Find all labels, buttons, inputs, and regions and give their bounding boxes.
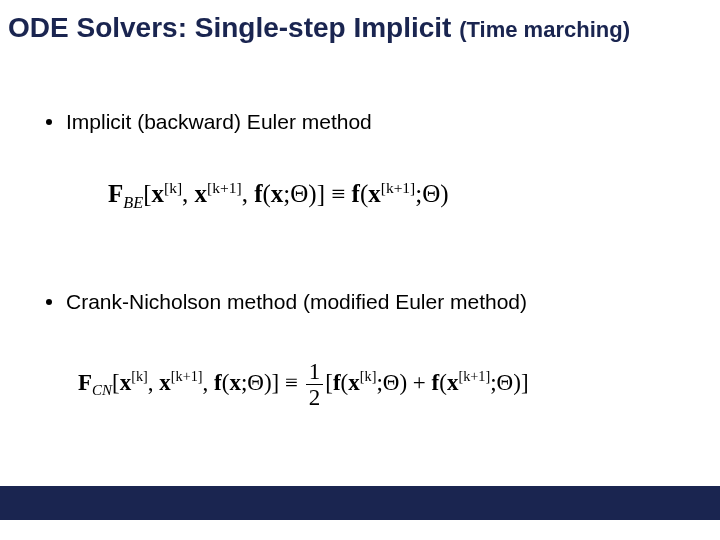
bullet-1: Implicit (backward) Euler method bbox=[46, 110, 372, 134]
eq2-sup-k1p1: [k+1] bbox=[171, 368, 203, 384]
eq2-x1: x bbox=[120, 370, 132, 395]
eq1-sup-rhs: [k+1] bbox=[381, 179, 416, 196]
eq2-equiv: ≡ bbox=[279, 370, 303, 395]
bullet-dot-icon bbox=[46, 119, 52, 125]
eq2-f2: f bbox=[333, 370, 341, 395]
title-sub: (Time marching) bbox=[459, 17, 630, 42]
eq1-c2: , bbox=[242, 180, 255, 207]
eq2-th1: Θ bbox=[247, 370, 264, 395]
eq1-sup-k1p1: [k+1] bbox=[207, 179, 242, 196]
eq1-c1: , bbox=[182, 180, 195, 207]
eq1-rp2: ) bbox=[440, 180, 448, 207]
eq1-th1: Θ bbox=[290, 180, 308, 207]
eq2-F: F bbox=[78, 370, 92, 395]
eq2-rbr2: ] bbox=[521, 370, 529, 395]
eq2-x2: x bbox=[159, 370, 171, 395]
eq2-rp3: ) bbox=[513, 370, 521, 395]
eq2-rp2: ) bbox=[399, 370, 407, 395]
eq1-rp1: ) bbox=[308, 180, 316, 207]
eq1-x3: x bbox=[271, 180, 284, 207]
eq2-lp3: ( bbox=[439, 370, 447, 395]
title-main: ODE Solvers: Single-step Implicit bbox=[8, 12, 459, 43]
eq2-th3: Θ bbox=[497, 370, 514, 395]
eq1-lp1: ( bbox=[262, 180, 270, 207]
eq2-c2: , bbox=[203, 370, 215, 395]
bullet-dot-icon bbox=[46, 299, 52, 305]
equation-backward-euler: FBE[x[k], x[k+1], f(x;Θ)] ≡ f(x[k+1];Θ) bbox=[108, 180, 449, 213]
eq1-F: F bbox=[108, 180, 123, 207]
eq2-x4: x bbox=[348, 370, 360, 395]
eq2-sub-CN: CN bbox=[92, 382, 112, 398]
eq2-rp1: ) bbox=[264, 370, 272, 395]
eq2-plus: + bbox=[407, 370, 431, 395]
eq2-th2: Θ bbox=[383, 370, 400, 395]
eq1-x1: x bbox=[151, 180, 164, 207]
bullet-2-text: Crank-Nicholson method (modified Euler m… bbox=[66, 290, 527, 313]
eq2-sup-t1: [k] bbox=[360, 368, 377, 384]
eq1-th2: Θ bbox=[422, 180, 440, 207]
footer-bar bbox=[0, 486, 720, 520]
eq1-rbr: ] bbox=[317, 180, 325, 207]
eq2-half: 12 bbox=[306, 360, 324, 409]
bullet-1-text: Implicit (backward) Euler method bbox=[66, 110, 372, 133]
eq1-sub-BE: BE bbox=[123, 194, 143, 212]
eq1-sup-k1: [k] bbox=[164, 179, 182, 196]
eq2-c1: , bbox=[148, 370, 160, 395]
eq2-half-den: 2 bbox=[306, 384, 324, 409]
eq2-x5: x bbox=[447, 370, 459, 395]
eq1-equiv: ≡ bbox=[325, 180, 352, 207]
eq2-x3: x bbox=[229, 370, 241, 395]
eq1-f2: f bbox=[352, 180, 360, 207]
slide-title: ODE Solvers: Single-step Implicit (Time … bbox=[8, 12, 712, 44]
eq1-x2: x bbox=[195, 180, 208, 207]
eq2-half-num: 1 bbox=[306, 360, 324, 384]
eq2-f1: f bbox=[214, 370, 222, 395]
eq2-sup-t2: [k+1] bbox=[458, 368, 490, 384]
eq2-lbr2: [ bbox=[325, 370, 333, 395]
eq2-lbr: [ bbox=[112, 370, 120, 395]
eq2-sup-k1: [k] bbox=[131, 368, 148, 384]
eq1-x4: x bbox=[368, 180, 381, 207]
eq1-lp2: ( bbox=[360, 180, 368, 207]
bullet-2: Crank-Nicholson method (modified Euler m… bbox=[46, 290, 527, 314]
equation-crank-nicholson: FCN[x[k], x[k+1], f(x;Θ)] ≡ 12[f(x[k];Θ)… bbox=[78, 360, 529, 409]
